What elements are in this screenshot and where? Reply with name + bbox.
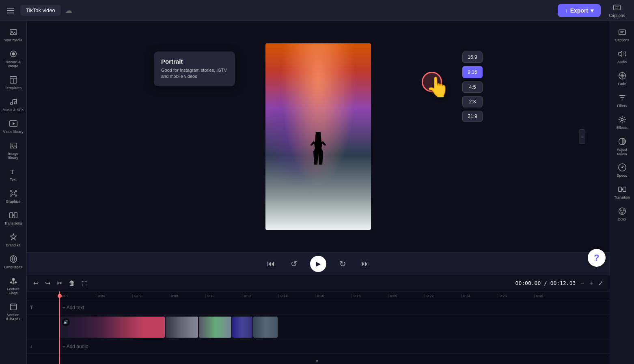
portrait-tooltip: Portrait Good for Instagram stories, IGT… — [154, 51, 235, 86]
ruler-mark: 0:26 — [498, 294, 534, 298]
portrait-tooltip-title: Portrait — [161, 58, 228, 65]
aspect-ratio-16-9[interactable]: 16:9 — [462, 51, 483, 63]
delete-button[interactable]: 🗑 — [67, 278, 77, 289]
svg-point-6 — [12, 52, 15, 55]
aspect-ratio-4-5[interactable]: 4:5 — [462, 81, 483, 93]
sidebar-item-languages[interactable]: Languages — [1, 251, 26, 272]
preview-area: Portrait Good for Instagram stories, IGT… — [27, 21, 610, 252]
sidebar-item-your-media[interactable]: Your media — [1, 24, 26, 45]
aspect-ratio-panel: 16:9 9:16 4:5 2:3 21:9 — [462, 51, 483, 122]
svg-rect-44 — [623, 187, 625, 192]
right-sidebar-item-color[interactable]: Color — [611, 203, 633, 225]
ruler-mark: 0:20 — [388, 294, 425, 298]
zoom-in-button[interactable]: + — [588, 278, 595, 289]
ruler-mark: 0:12 — [242, 294, 278, 298]
main-area: Your media Record & create Templates Mus… — [0, 21, 634, 364]
topbar: TikTok video ☁ ↑ Export ▾ Captions — [0, 0, 634, 21]
clips-row: 🔊 — [59, 317, 278, 338]
svg-point-46 — [620, 210, 621, 211]
right-sidebar-item-adjust-colors[interactable]: Adjust colors — [611, 134, 633, 159]
duplicate-button[interactable]: ⬚ — [80, 278, 89, 289]
portrait-tooltip-description: Good for Instagram stories, IGTV and mob… — [161, 67, 228, 80]
sidebar-item-music-sfx[interactable]: Music & SFX — [1, 94, 26, 115]
svg-rect-0 — [614, 5, 621, 10]
sidebar-collapse-button[interactable]: ‹ — [579, 129, 585, 144]
undo-button[interactable]: ↩ — [32, 278, 40, 289]
ruler-mark: 0:22 — [425, 294, 461, 298]
zoom-fit-button[interactable]: ⤢ — [596, 278, 605, 289]
rewind-5s-button[interactable]: ↺ — [287, 257, 300, 270]
audio-track-row: ♪ + Add audio — [27, 339, 610, 354]
ruler-marks: 0:02 0:04 0:06 0:08 0:10 0:12 0:14 0:16 … — [59, 294, 571, 298]
add-audio-button[interactable]: + Add audio — [59, 339, 92, 353]
right-sidebar-item-transition[interactable]: Transition — [611, 182, 633, 203]
svg-rect-43 — [618, 187, 621, 192]
svg-point-47 — [623, 210, 624, 211]
right-sidebar-item-fade[interactable]: Fade — [611, 68, 633, 89]
video-clip-5[interactable] — [253, 317, 278, 338]
svg-point-11 — [14, 102, 16, 104]
video-clip-3[interactable] — [199, 317, 231, 338]
svg-rect-3 — [10, 30, 17, 35]
ruler-mark: 0:28 — [534, 294, 571, 298]
svg-point-48 — [621, 212, 623, 214]
cursor-hand-icon: 👆 — [426, 76, 450, 98]
aspect-ratio-21-9[interactable]: 21:9 — [462, 111, 483, 122]
skip-to-end-button[interactable]: ⏭ — [359, 257, 372, 270]
export-button[interactable]: ↑ Export ▾ — [558, 4, 601, 17]
sidebar-item-graphics[interactable]: Graphics — [1, 186, 26, 207]
cursor-ring — [422, 72, 442, 92]
video-clip-2[interactable] — [166, 317, 198, 338]
skip-to-start-button[interactable]: ⏮ — [265, 257, 278, 270]
hamburger-menu-button[interactable] — [5, 5, 16, 16]
sidebar-item-feature-flags[interactable]: Feature Flags — [1, 273, 26, 298]
aspect-ratio-9-16[interactable]: 9:16 — [462, 66, 483, 78]
svg-point-21 — [15, 195, 17, 197]
play-pause-button[interactable]: ▶ — [310, 256, 326, 272]
right-sidebar-item-speed[interactable]: Speed — [611, 160, 633, 181]
audio-indicator-icon: 🔊 — [62, 318, 70, 326]
zoom-out-button[interactable]: − — [579, 278, 586, 289]
forward-5s-button[interactable]: ↻ — [336, 257, 349, 270]
timeline-timecode: 00:00.00 / 00:12.03 — [515, 280, 576, 286]
svg-point-17 — [12, 192, 15, 195]
help-button[interactable]: ? — [588, 249, 606, 267]
ruler-mark: 0:18 — [352, 294, 388, 298]
video-clips-track: 🔊 — [27, 315, 610, 339]
timeline-toolbar: ↩ ↪ ✂ 🗑 ⬚ 00:00.00 / 00:12.03 − + ⤢ — [27, 275, 610, 291]
audio-track-label: ♪ — [27, 343, 59, 349]
svg-point-15 — [11, 144, 13, 146]
right-sidebar-item-filters[interactable]: Filters — [611, 90, 633, 111]
sidebar-item-video-library[interactable]: Video library — [1, 116, 26, 137]
text-track-label: T — [27, 304, 59, 310]
add-text-button[interactable]: + Add text — [59, 300, 88, 315]
right-sidebar-item-audio[interactable]: Audio — [611, 46, 633, 67]
sidebar-item-version[interactable]: Version d1b47d1 — [1, 299, 26, 324]
sidebar-item-brand-kit[interactable]: Brand kit — [1, 229, 26, 251]
sidebar-item-record-create[interactable]: Record & create — [1, 46, 26, 71]
sidebar-item-transitions[interactable]: Transitions — [1, 208, 26, 229]
video-clip-1[interactable]: 🔊 — [59, 317, 165, 338]
captions-top-button[interactable]: Captions — [605, 3, 629, 18]
project-title-button[interactable]: TikTok video — [20, 5, 61, 16]
ruler-mark: 0:06 — [132, 294, 169, 298]
right-sidebar-item-captions[interactable]: Captions — [611, 24, 633, 45]
right-sidebar-item-effects[interactable]: Effects — [611, 112, 633, 133]
redo-button[interactable]: ↪ — [43, 278, 52, 289]
aspect-ratio-2-3[interactable]: 2:3 — [462, 96, 483, 107]
zoom-controls: − + ⤢ — [579, 278, 605, 289]
svg-marker-13 — [13, 122, 15, 125]
sidebar-item-templates[interactable]: Templates — [1, 72, 26, 93]
svg-rect-22 — [9, 213, 12, 218]
timeline-content: 0:02 0:04 0:06 0:08 0:10 0:12 0:14 0:16 … — [27, 291, 610, 364]
svg-point-42 — [621, 167, 623, 168]
svg-rect-31 — [10, 304, 16, 310]
cut-button[interactable]: ✂ — [55, 278, 64, 289]
svg-point-4 — [11, 31, 12, 32]
sidebar-item-image-library[interactable]: Image library — [1, 138, 26, 163]
svg-point-40 — [621, 118, 623, 121]
video-clip-4[interactable] — [232, 317, 252, 338]
ruler-mark: 0:10 — [205, 294, 242, 298]
svg-rect-23 — [14, 213, 17, 218]
sidebar-item-text[interactable]: T Text — [1, 164, 26, 185]
